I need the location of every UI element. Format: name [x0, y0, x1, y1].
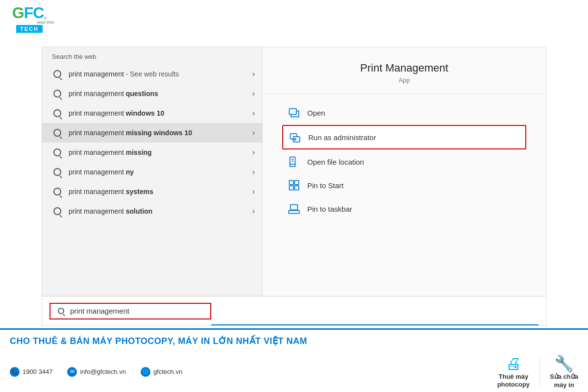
search-item-0[interactable]: print management - See web results › [42, 64, 262, 84]
pin-taskbar-icon [288, 203, 300, 215]
search-icon-2 [52, 108, 63, 119]
svg-rect-10 [289, 186, 293, 190]
app-actions: Open Run as administrator [263, 94, 546, 228]
action-pin-taskbar-label: Pin to taskbar [307, 205, 352, 213]
svg-rect-12 [289, 211, 299, 214]
footer-bottom: 📞 1900 3447 ✉ info@gfctech.vn 🌐 gfctech.… [0, 350, 588, 392]
search-arrow-2: › [252, 109, 255, 118]
search-item-7[interactable]: print management solution › [42, 201, 262, 221]
logo-reg: ® [44, 16, 47, 21]
logo-tech: TECH [16, 25, 43, 33]
search-bar-row: print management [42, 296, 546, 325]
search-item-text-0: print management - See web results [69, 70, 250, 78]
search-item-text-6: print management systems [69, 188, 250, 196]
search-arrow-5: › [252, 168, 255, 176]
search-arrow-4: › [252, 148, 255, 157]
search-bar-text: print management [70, 307, 204, 315]
footer-email: ✉ info@gfctech.vn [67, 367, 125, 377]
action-pin-start[interactable]: Pin to Start [282, 174, 526, 196]
footer-website-url: gfctech.vn [153, 368, 182, 375]
action-open[interactable]: Open [282, 101, 526, 124]
footer-service-repair-text: Sửa chữamáy in [550, 373, 578, 390]
footer-phone: 📞 1900 3447 [10, 367, 52, 377]
action-open-file-loc-label: Open file location [307, 158, 364, 166]
search-icon-5 [52, 167, 63, 177]
search-icon-4 [52, 147, 63, 158]
photocopy-icon: 🖨 [506, 355, 521, 373]
svg-rect-8 [289, 180, 293, 184]
logo-gfc: GFC [12, 5, 44, 21]
svg-rect-9 [294, 180, 298, 184]
action-run-as-admin[interactable]: Run as administrator [282, 125, 526, 149]
email-icon: ✉ [67, 367, 77, 377]
footer-right: 🖨 Thuê máyphotocopy 🔧 Sửa chữamáy in [497, 354, 578, 390]
action-open-file-loc[interactable]: Open file location [282, 150, 526, 173]
search-item-6[interactable]: print management systems › [42, 182, 262, 201]
footer-divider [539, 357, 540, 387]
search-arrow-6: › [252, 187, 255, 196]
app-title-section: Print Management App [263, 47, 546, 94]
footer-phone-number: 1900 3447 [23, 368, 52, 375]
app-subtitle: App [282, 76, 526, 84]
phone-icon: 📞 [10, 367, 20, 377]
search-ui-container: Search the web print management - See we… [42, 47, 546, 326]
search-bar-underline [211, 324, 539, 325]
search-icon-1 [52, 88, 63, 99]
footer-tagline: CHO THUÊ & BÁN MÁY PHOTOCOPY, MÁY IN LỚN… [10, 336, 578, 346]
action-run-as-admin-label: Run as administrator [308, 133, 376, 142]
open-icon [288, 107, 300, 119]
search-item-2[interactable]: print management windows 10 › [42, 103, 262, 123]
search-results-panel: Search the web print management - See we… [42, 47, 263, 296]
search-icon-3 [52, 127, 63, 138]
footer: CHO THUÊ & BÁN MÁY PHOTOCOPY, MÁY IN LỚN… [0, 328, 588, 392]
globe-icon: 🌐 [141, 367, 150, 377]
search-icon-6 [52, 186, 63, 197]
search-arrow-3: › [252, 128, 255, 137]
logo: GFC ® Since 2010 TECH [5, 5, 54, 39]
search-bar-input-wrap[interactable]: print management [49, 303, 211, 319]
search-item-text-1: print management questions [69, 90, 250, 98]
open-file-loc-icon [288, 156, 300, 168]
search-item-text-4: print management missing [69, 148, 250, 156]
search-arrow-7: › [252, 207, 255, 216]
search-item-3[interactable]: print management missing windows 10 › [42, 123, 262, 143]
footer-service-photocopy: 🖨 Thuê máyphotocopy [497, 355, 530, 390]
footer-service-photocopy-text: Thuê máyphotocopy [497, 373, 530, 390]
svg-rect-5 [290, 157, 295, 164]
footer-top: CHO THUÊ & BÁN MÁY PHOTOCOPY, MÁY IN LỚN… [0, 330, 588, 350]
svg-rect-13 [291, 205, 297, 210]
action-open-label: Open [307, 109, 325, 117]
search-arrow-1: › [252, 89, 255, 98]
search-icon-7 [52, 206, 63, 217]
pin-start-icon [288, 179, 300, 191]
search-item-text-5: print management ny [69, 168, 250, 176]
action-pin-start-label: Pin to Start [307, 181, 343, 190]
svg-rect-0 [289, 109, 296, 115]
repair-icon: 🔧 [554, 354, 574, 373]
search-item-4[interactable]: print management missing › [42, 143, 262, 162]
app-detail-panel: Print Management App Open [263, 47, 546, 296]
search-web-header: Search the web [42, 47, 262, 64]
search-item-text-3: print management missing windows 10 [69, 129, 250, 137]
footer-website: 🌐 gfctech.vn [141, 367, 182, 377]
search-arrow-0: › [252, 70, 255, 78]
search-item-1[interactable]: print management questions › [42, 84, 262, 103]
search-item-text-7: print management solution [69, 207, 250, 215]
svg-rect-11 [294, 186, 298, 190]
logo-since: Since 2010 [37, 21, 54, 24]
search-item-5[interactable]: print management ny › [42, 162, 262, 182]
action-pin-taskbar[interactable]: Pin to taskbar [282, 197, 526, 220]
search-icon-0 [52, 69, 63, 79]
search-bar-magnifier-icon [56, 307, 65, 316]
run-as-admin-icon [289, 131, 301, 143]
app-title: Print Management [282, 62, 526, 74]
footer-email-address: info@gfctech.vn [80, 368, 125, 375]
footer-service-repair: 🔧 Sửa chữamáy in [550, 354, 578, 390]
search-item-text-2: print management windows 10 [69, 109, 250, 117]
